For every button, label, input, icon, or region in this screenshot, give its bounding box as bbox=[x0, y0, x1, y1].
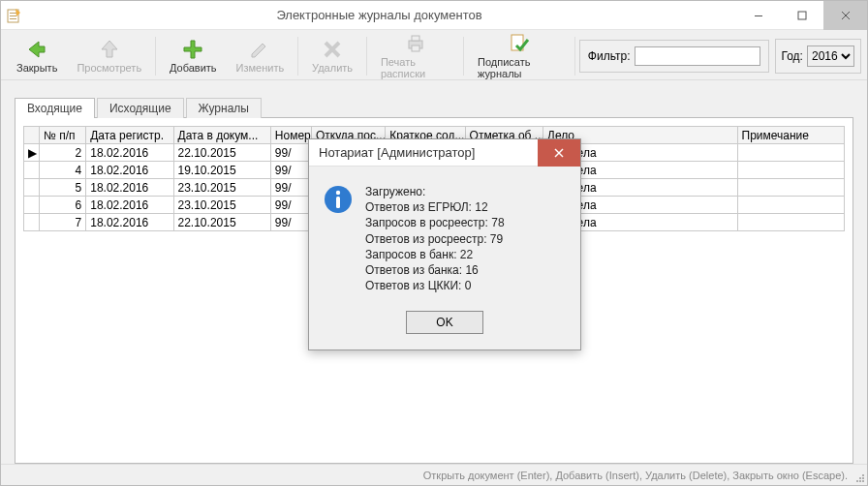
cell-docdate: 19.10.2015 bbox=[173, 162, 270, 179]
check-document-icon bbox=[508, 32, 531, 55]
svg-point-15 bbox=[862, 477, 864, 479]
svg-rect-3 bbox=[10, 18, 16, 19]
close-button[interactable]: Закрыть bbox=[7, 36, 67, 76]
minimize-button[interactable] bbox=[736, 1, 780, 30]
cell-remark bbox=[737, 179, 844, 197]
filter-label: Фильтр: bbox=[588, 49, 631, 63]
cell-num: 5 bbox=[40, 179, 86, 197]
cell-docdate: 23.10.2015 bbox=[173, 179, 270, 197]
view-button[interactable]: Просмотреть bbox=[67, 36, 151, 76]
row-marker: ▶ bbox=[24, 144, 40, 162]
row-marker bbox=[24, 214, 40, 231]
cell-docdate: 22.10.2015 bbox=[173, 214, 270, 231]
maximize-button[interactable] bbox=[780, 1, 823, 30]
cell-number: 99/ bbox=[270, 179, 311, 197]
sign-button[interactable]: Подписать журналы bbox=[468, 30, 571, 81]
status-text: Открыть документ (Enter), Добавить (Inse… bbox=[423, 470, 848, 481]
cell-num: 7 bbox=[40, 214, 86, 231]
print-button[interactable]: Печать расписки bbox=[371, 30, 459, 81]
row-marker bbox=[24, 162, 40, 179]
dialog-close-button[interactable] bbox=[538, 139, 580, 167]
size-grip-icon[interactable] bbox=[853, 471, 865, 483]
tabstrip: Входящие Исходящие Журналы bbox=[15, 94, 853, 117]
col-remark[interactable]: Примечание bbox=[737, 127, 844, 144]
pencil-icon bbox=[248, 38, 271, 61]
col-docdate[interactable]: Дата в докум... bbox=[173, 127, 270, 144]
year-label: Год: bbox=[782, 49, 803, 63]
separator bbox=[155, 37, 156, 76]
separator bbox=[463, 37, 464, 76]
cell-num: 2 bbox=[40, 144, 86, 162]
statusbar: Открыть документ (Enter), Добавить (Inse… bbox=[1, 464, 867, 485]
filter-group: Фильтр: bbox=[579, 40, 769, 73]
tab-journals[interactable]: Журналы bbox=[186, 98, 262, 118]
svg-point-13 bbox=[859, 480, 861, 482]
cell-regdate: 18.02.2016 bbox=[86, 214, 173, 231]
message-dialog: Нотариат [Администратор] Загружено: Отве… bbox=[308, 138, 581, 350]
ok-button[interactable]: OK bbox=[406, 311, 483, 334]
row-marker bbox=[24, 179, 40, 197]
col-marker[interactable] bbox=[24, 127, 40, 144]
separator bbox=[366, 37, 367, 76]
separator bbox=[574, 37, 575, 76]
svg-rect-1 bbox=[10, 13, 16, 14]
titlebar: Электронные журналы документов bbox=[1, 1, 867, 30]
delete-button[interactable]: Удалить bbox=[302, 36, 362, 76]
svg-rect-22 bbox=[336, 197, 340, 208]
svg-rect-9 bbox=[412, 36, 419, 41]
cell-regdate: 18.02.2016 bbox=[86, 179, 173, 197]
cell-num: 4 bbox=[40, 162, 86, 179]
svg-point-14 bbox=[856, 480, 858, 482]
cell-regdate: 18.02.2016 bbox=[86, 162, 173, 179]
cell-docdate: 22.10.2015 bbox=[173, 144, 270, 162]
cell-docdate: 23.10.2015 bbox=[173, 197, 270, 214]
app-icon bbox=[7, 8, 22, 23]
printer-icon bbox=[404, 32, 427, 55]
edit-button[interactable]: Изменить bbox=[227, 36, 294, 76]
cell-remark bbox=[737, 214, 844, 231]
svg-point-17 bbox=[862, 474, 864, 476]
arrow-left-icon bbox=[25, 38, 48, 61]
year-select[interactable]: 2016 bbox=[807, 46, 854, 67]
col-number[interactable]: Номер bbox=[270, 127, 311, 144]
cell-regdate: 18.02.2016 bbox=[86, 197, 173, 214]
cell-number: 99/ bbox=[270, 162, 311, 179]
row-marker bbox=[24, 197, 40, 214]
svg-point-21 bbox=[336, 191, 340, 195]
cell-remark bbox=[737, 197, 844, 214]
cell-regdate: 18.02.2016 bbox=[86, 144, 173, 162]
cell-number: 99/ bbox=[270, 197, 311, 214]
cell-number: 99/ bbox=[270, 214, 311, 231]
plus-icon bbox=[181, 38, 204, 61]
toolbar: Закрыть Просмотреть Добавить Изменить Уд… bbox=[1, 30, 867, 80]
col-regdate[interactable]: Дата регистр. bbox=[86, 127, 173, 144]
svg-point-16 bbox=[859, 477, 861, 479]
arrow-up-icon bbox=[98, 38, 121, 61]
window-title: Электронные журналы документов bbox=[22, 8, 736, 22]
x-icon bbox=[321, 38, 344, 61]
info-icon bbox=[323, 184, 354, 215]
dialog-title: Нотариат [Администратор] bbox=[319, 145, 538, 160]
year-group: Год: 2016 bbox=[775, 39, 861, 74]
svg-rect-5 bbox=[798, 12, 806, 19]
tab-incoming[interactable]: Входящие bbox=[15, 98, 95, 118]
cell-remark bbox=[737, 162, 844, 179]
close-window-button[interactable] bbox=[823, 1, 867, 30]
cell-remark bbox=[737, 144, 844, 162]
add-button[interactable]: Добавить bbox=[160, 36, 227, 76]
col-num[interactable]: № п/п bbox=[40, 127, 86, 144]
svg-rect-2 bbox=[10, 15, 16, 16]
cell-num: 6 bbox=[40, 197, 86, 214]
separator bbox=[297, 37, 298, 76]
dialog-message: Загружено: Ответов из ЕГРЮЛ: 12 Запросов… bbox=[365, 184, 505, 293]
svg-rect-10 bbox=[412, 46, 419, 51]
svg-rect-4 bbox=[755, 15, 762, 16]
tab-outgoing[interactable]: Исходящие bbox=[97, 98, 184, 118]
filter-input[interactable] bbox=[635, 46, 760, 66]
cell-number: 99/ bbox=[270, 144, 311, 162]
svg-point-12 bbox=[862, 480, 864, 482]
